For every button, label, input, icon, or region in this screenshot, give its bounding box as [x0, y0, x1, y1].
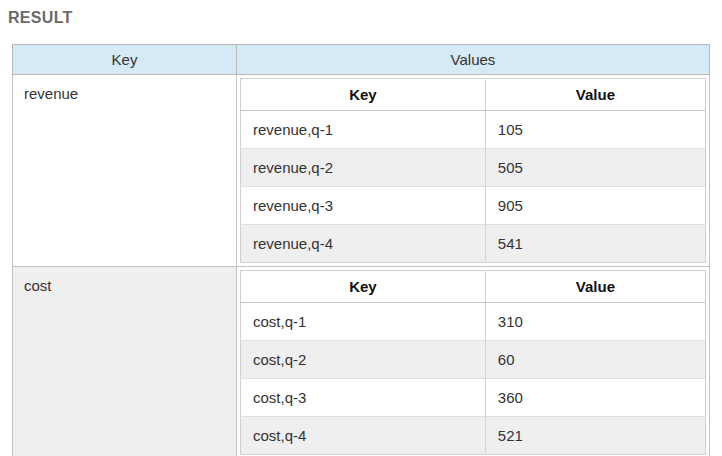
inner-header-row: KeyValue	[241, 271, 706, 303]
result-table-body: revenueKeyValuerevenue,q-1105revenue,q-2…	[13, 75, 710, 456]
inner-header-value: Value	[485, 79, 705, 111]
inner-row: cost,q-4521	[241, 417, 706, 455]
group-row-cost: costKeyValuecost,q-1310cost,q-260cost,q-…	[13, 267, 710, 456]
group-values-cell: KeyValuecost,q-1310cost,q-260cost,q-3360…	[237, 267, 710, 456]
inner-value-cell: 60	[485, 341, 705, 379]
outer-header-values: Values	[237, 45, 710, 75]
inner-value-cell: 310	[485, 303, 705, 341]
inner-header-key: Key	[241, 79, 486, 111]
inner-row: revenue,q-4541	[241, 225, 706, 263]
group-key-cell: revenue	[13, 75, 237, 267]
inner-key-cell: revenue,q-3	[241, 187, 486, 225]
inner-value-cell: 541	[485, 225, 705, 263]
inner-value-cell: 505	[485, 149, 705, 187]
inner-header-row: KeyValue	[241, 79, 706, 111]
inner-key-cell: cost,q-2	[241, 341, 486, 379]
inner-row: revenue,q-1105	[241, 111, 706, 149]
result-table: Key Values revenueKeyValuerevenue,q-1105…	[12, 44, 710, 456]
inner-key-cell: cost,q-4	[241, 417, 486, 455]
outer-header-key: Key	[13, 45, 237, 75]
inner-value-cell: 105	[485, 111, 705, 149]
group-key-cell: cost	[13, 267, 237, 456]
inner-key-cell: cost,q-3	[241, 379, 486, 417]
result-table-header-row: Key Values	[13, 45, 710, 75]
inner-row: revenue,q-2505	[241, 149, 706, 187]
inner-key-cell: cost,q-1	[241, 303, 486, 341]
inner-table-revenue: KeyValuerevenue,q-1105revenue,q-2505reve…	[240, 78, 706, 263]
group-values-cell: KeyValuerevenue,q-1105revenue,q-2505reve…	[237, 75, 710, 267]
inner-header-key: Key	[241, 271, 486, 303]
group-row-revenue: revenueKeyValuerevenue,q-1105revenue,q-2…	[13, 75, 710, 267]
inner-key-cell: revenue,q-4	[241, 225, 486, 263]
inner-table-cost: KeyValuecost,q-1310cost,q-260cost,q-3360…	[240, 270, 706, 455]
inner-value-cell: 905	[485, 187, 705, 225]
inner-header-value: Value	[485, 271, 705, 303]
inner-value-cell: 360	[485, 379, 705, 417]
inner-key-cell: revenue,q-1	[241, 111, 486, 149]
inner-row: cost,q-260	[241, 341, 706, 379]
inner-row: revenue,q-3905	[241, 187, 706, 225]
result-table-header: Key Values	[13, 45, 710, 75]
inner-row: cost,q-3360	[241, 379, 706, 417]
page-title: RESULT	[8, 8, 710, 27]
inner-value-cell: 521	[485, 417, 705, 455]
inner-row: cost,q-1310	[241, 303, 706, 341]
inner-key-cell: revenue,q-2	[241, 149, 486, 187]
page: RESULT Key Values revenueKeyValuerevenue…	[0, 0, 722, 456]
